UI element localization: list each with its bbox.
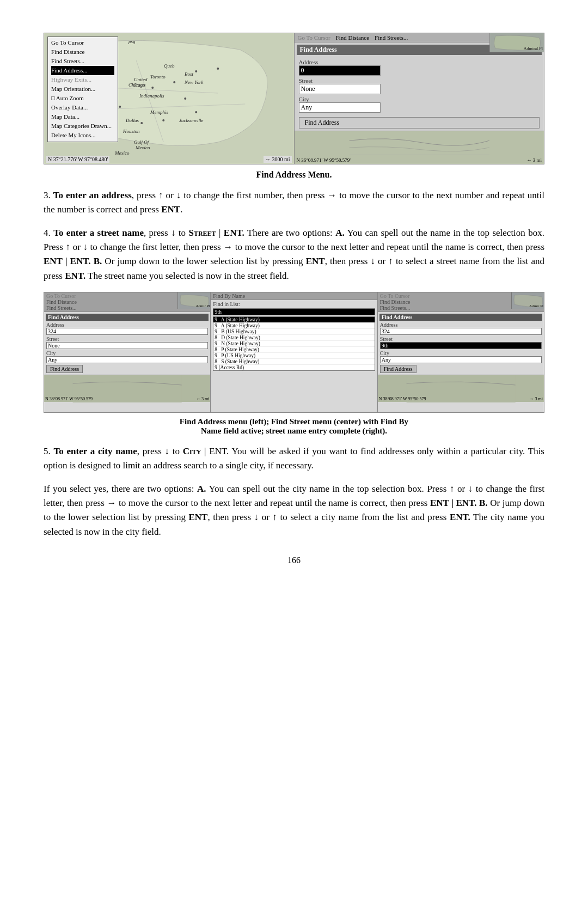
- menu-overlay-data[interactable]: Overlay Data...: [51, 103, 114, 112]
- city-dallas: Dallas: [126, 118, 139, 123]
- find-address-button[interactable]: Find Address: [299, 117, 540, 129]
- city-followup-ent3: ENT.: [450, 512, 470, 522]
- svg-point-10: [162, 119, 164, 121]
- br-topbar-goto: Go To Cursor: [380, 293, 410, 299]
- menu-map-data[interactable]: Map Data...: [51, 112, 114, 121]
- map-menu: Go To Cursor Find Distance Find Streets.…: [47, 36, 118, 142]
- menu-delete-icons[interactable]: Delete My Icons...: [51, 131, 114, 140]
- bl-field-label-address: Address: [44, 322, 210, 328]
- field-label-city: City: [299, 96, 540, 102]
- bc-search-input[interactable]: 9th: [213, 308, 375, 315]
- menu-map-categories[interactable]: Map Categories Drawn...: [51, 121, 114, 131]
- topbar-goto: Go To Cursor: [298, 34, 330, 41]
- br-topbar-distance: Find Distance: [380, 299, 411, 305]
- br-scale: ↔ 3 mi: [530, 396, 543, 401]
- bl-scale: ↔ 3 mi: [196, 396, 209, 401]
- bc-list-item-5[interactable]: 8 P (State Highway): [213, 347, 374, 353]
- para5-text1: , press ↓ to: [137, 446, 183, 456]
- bl-field-label-city: City: [44, 350, 210, 356]
- bc-list[interactable]: 9 A (State Highway) 9 A (State Highway) …: [213, 316, 375, 371]
- bc-list-item-2[interactable]: 9 B (US Highway): [213, 329, 374, 335]
- bc-list-item-3[interactable]: 8 D (State Highway): [213, 335, 374, 341]
- paragraph-city-followup: If you select yes, there are two options…: [44, 482, 544, 539]
- bc-findinlist-label: Find in List:: [211, 301, 377, 307]
- br-map-thumb: N 38°08.971' W 95°50.579 ↔ 3 mi: [378, 375, 544, 402]
- para4-ent3: ENT: [306, 256, 325, 266]
- paragraph-3: 3. To enter an address, press ↑ or ↓ to …: [44, 188, 544, 217]
- menu-find-streets[interactable]: Find Streets...: [51, 57, 114, 66]
- para4-ent1: ENT.: [224, 228, 244, 238]
- bc-list-item-4[interactable]: 9 N (State Highway): [213, 341, 374, 347]
- city-gulf: Gulf Of: [134, 139, 149, 145]
- br-field-value-city[interactable]: Any: [380, 356, 542, 363]
- para5-pipe: | ENT. You will be asked if you want: [201, 446, 350, 456]
- bottom-screenshots-row: Go To Cursor Find Distance Find Streets.…: [44, 292, 544, 413]
- svg-point-8: [184, 97, 186, 100]
- map-coords-left: N 37°21.776' W 97°08.480': [46, 156, 109, 163]
- svg-point-13: [119, 106, 121, 108]
- para4-text6: The street name you selected is now in t…: [85, 271, 289, 281]
- menu-highway-exits: Highway Exits...: [51, 75, 114, 84]
- caption-bottom-line2: Name field active; street name entry com…: [44, 426, 544, 436]
- bl-topbar-goto: Go To Cursor: [46, 293, 76, 299]
- field-value-address[interactable]: 0: [299, 65, 381, 76]
- city-followup-a: A.: [197, 484, 206, 494]
- menu-auto-zoom[interactable]: □ Auto Zoom: [51, 94, 114, 103]
- svg-point-6: [217, 68, 219, 70]
- menu-goto-cursor[interactable]: Go To Cursor: [51, 38, 114, 47]
- br-field-value-address[interactable]: 324: [380, 328, 542, 335]
- para4-street: Street: [188, 228, 216, 238]
- para3-number: 3.: [44, 190, 53, 200]
- svg-point-9: [195, 111, 197, 113]
- para4-text4: Or jump down to the lower selection list…: [102, 256, 305, 266]
- city-followup-ent2: ENT: [188, 512, 207, 522]
- bc-list-item-7[interactable]: 8 S (State Highway): [213, 359, 374, 365]
- map-scale-left: ↔ 3000 mi: [264, 156, 292, 163]
- field-value-street[interactable]: None: [299, 84, 381, 94]
- bl-field-label-street: Street: [44, 336, 210, 342]
- addr-topbar: Go To Cursor Find Distance Find Streets.…: [295, 33, 544, 42]
- bl-find-btn[interactable]: Find Address: [46, 365, 83, 373]
- city-followup-ent1: ENT | ENT. B.: [430, 498, 488, 508]
- bc-list-item-1[interactable]: 9 A (State Highway): [213, 323, 374, 329]
- para4-ent4: ENT.: [65, 271, 85, 281]
- bl-addr-title: Find Address: [46, 314, 209, 321]
- bl-coords: N 38°08.971' W 95°50.579: [45, 396, 93, 401]
- para4-pipe: |: [216, 228, 224, 238]
- bc-list-item-0[interactable]: 9 A (State Highway): [213, 317, 374, 323]
- para4-text1: , press ↓ to: [144, 228, 189, 238]
- menu-map-orientation[interactable]: Map Orientation...: [51, 84, 114, 94]
- caption-bottom: Find Address menu (left); Find Street me…: [44, 417, 544, 436]
- city-indianapolis: Indianapolis: [139, 93, 164, 99]
- para5-to: to: [350, 446, 357, 456]
- addr-scale-right: ↔ 3 mi: [526, 157, 542, 163]
- city-newyork: New York: [185, 80, 203, 85]
- bottom-panel-center: Find By Name Find in List: 9th 9 A (Stat…: [211, 292, 377, 412]
- menu-find-distance[interactable]: Find Distance: [51, 47, 114, 57]
- svg-point-11: [140, 122, 143, 124]
- bc-list-item-8[interactable]: 9 (Access Rd): [213, 365, 374, 371]
- bl-topbar-streets: Find Streets...: [46, 305, 77, 311]
- bl-field-value-street[interactable]: None: [46, 342, 208, 349]
- br-coords: N 38°08.971' W 95°50.579: [379, 396, 426, 401]
- city-memphis: Memphis: [150, 109, 168, 115]
- bl-field-value-address[interactable]: 324: [46, 328, 208, 335]
- para4-text2: There are two options:: [244, 228, 335, 238]
- addr-form: Address 0 Street None City Any: [295, 55, 544, 115]
- br-field-value-street[interactable]: 9th: [380, 342, 542, 349]
- country-states: States: [134, 82, 146, 88]
- page-number: 166: [44, 555, 544, 565]
- br-topbar-streets: Find Streets...: [380, 305, 411, 311]
- city-houston: Houston: [123, 129, 140, 134]
- menu-find-address[interactable]: Find Address...: [51, 66, 114, 75]
- svg-point-5: [173, 81, 175, 83]
- br-find-btn[interactable]: Find Address: [380, 365, 416, 373]
- bc-list-item-6[interactable]: 9 P (US Highway): [213, 353, 374, 359]
- city-bost: Bost: [185, 71, 193, 77]
- svg-point-4: [195, 70, 197, 72]
- bl-field-value-city[interactable]: Any: [46, 356, 208, 363]
- country-us: United: [134, 77, 148, 82]
- field-value-city[interactable]: Any: [299, 102, 381, 113]
- addr-map-thumb: N 36°08.971' W 95°50.579' ↔ 3 mi: [295, 131, 544, 164]
- para3-ent: ENT: [161, 204, 180, 215]
